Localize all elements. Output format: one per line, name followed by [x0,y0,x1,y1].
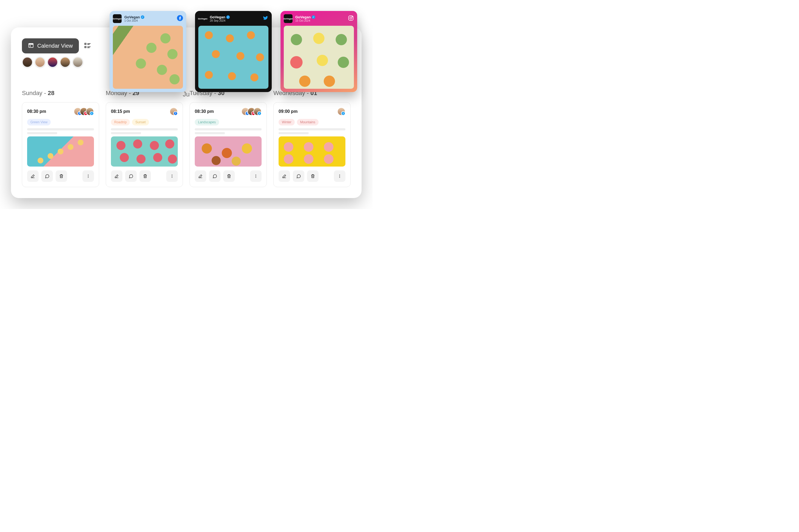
post-avatars: fPt [244,108,262,116]
post-time: 09:00 pm [279,109,298,114]
instagram-icon [348,15,354,22]
preview-card-instagram[interactable]: GoVegan GoVegan✓ 15 Oct 2024 [281,11,357,92]
more-button[interactable] [250,170,262,182]
post-image [111,136,178,167]
tw-badge-icon: t [257,111,262,116]
comment-button[interactable] [41,170,53,182]
day-column: Monday - 29 08:15 pm f RoadtripSunset [106,90,183,187]
user-avatar[interactable] [60,57,71,68]
tag[interactable]: Green View [27,119,51,126]
day-number: 28 [47,90,54,96]
calendar-view-button[interactable]: Calendar View [22,38,79,53]
user-avatar[interactable] [72,57,83,68]
post-card[interactable]: 08:15 pm f RoadtripSunset [106,102,183,187]
tag[interactable]: Roadtrip [111,119,130,126]
assignee-avatar[interactable]: t [337,108,345,116]
calendar-view-label: Calendar View [37,43,73,49]
svg-point-13 [88,174,89,175]
verified-badge-icon: ✓ [312,15,315,19]
tag[interactable]: Sunset [132,119,149,126]
svg-point-15 [88,177,89,178]
svg-point-16 [172,174,173,175]
edit-button[interactable] [195,170,206,182]
svg-rect-4 [84,46,86,48]
tw-badge-icon: t [90,111,94,116]
post-time: 08:30 pm [27,109,46,114]
assignee-avatar[interactable]: t [86,108,94,116]
post-avatars: fPt [76,108,94,116]
floating-previews: GoVegan GoVegan✓ 1 Oct 2024 GoVegan GoVe… [110,11,357,92]
post-card[interactable]: 08:30 pm fPt Green View [22,102,99,187]
edit-button[interactable] [279,170,290,182]
preview-image [198,26,268,89]
post-avatars: t [339,108,345,116]
svg-point-12 [352,16,353,17]
svg-point-22 [339,174,340,175]
assignee-avatar[interactable]: f [170,108,178,116]
comment-button[interactable] [125,170,137,182]
post-date: 1 Oct 2024 [125,19,144,22]
user-avatar[interactable] [35,57,45,68]
user-avatar[interactable] [47,57,58,68]
tag[interactable]: Mountains [297,119,319,126]
verified-badge-icon: ✓ [226,15,230,19]
tag[interactable]: Winter [279,119,295,126]
svg-rect-1 [29,43,33,45]
edit-button[interactable] [27,170,39,182]
post-body-placeholder [27,128,94,134]
assignee-avatar[interactable]: t [253,108,262,116]
post-tags: RoadtripSunset [111,119,178,126]
svg-point-14 [88,176,89,177]
post-tags: WinterMountains [279,119,345,126]
post-avatars: f [172,108,178,116]
delete-button[interactable] [56,170,67,182]
brand-name: GoVegan [125,15,140,19]
svg-point-24 [339,177,340,178]
day-label: Sunday [22,90,42,96]
post-card[interactable]: 09:00 pm t WinterMountains [273,102,350,187]
delete-button[interactable] [223,170,235,182]
svg-point-23 [339,176,340,177]
list-view-icon[interactable] [84,42,92,51]
brand-name: GoVegan [295,15,311,19]
post-image [195,136,262,167]
post-date: 15 Oct 2024 [295,19,315,22]
tag[interactable]: Landscapes [195,119,219,126]
preview-card-facebook[interactable]: GoVegan GoVegan✓ 1 Oct 2024 [110,11,186,92]
tw-badge-icon: t [341,111,345,116]
delete-button[interactable] [139,170,151,182]
post-card[interactable]: 08:30 pm fPt Landscapes [190,102,267,187]
more-button[interactable] [166,170,178,182]
more-button[interactable] [334,170,345,182]
day-header: Sunday - 28 [22,90,99,97]
svg-point-21 [255,177,256,178]
comment-button[interactable] [209,170,221,182]
twitter-icon [262,15,268,22]
delete-button[interactable] [307,170,319,182]
day-column: Wednesday - 01 09:00 pm t WinterMountain… [273,90,350,187]
svg-point-19 [255,174,256,175]
post-actions [195,170,262,182]
comment-button[interactable] [293,170,304,182]
post-tags: Landscapes [195,119,262,126]
brand-logo: GoVegan [198,14,207,23]
post-actions [111,170,178,182]
brand-logo: GoVegan [284,14,292,23]
svg-rect-3 [84,43,86,44]
preview-image [284,26,354,89]
days-grid: Sunday - 28 08:30 pm fPt Green View Mond… [22,90,350,187]
more-button[interactable] [82,170,94,182]
post-body-placeholder [111,128,178,134]
day-column: Sunday - 28 08:30 pm fPt Green View [22,90,99,187]
brand-name: GoVegan [210,15,225,19]
post-date: 28 Sep 2024 [210,19,230,22]
app-panel: Calendar View Ju GoVegan GoVegan✓ 1 Oct … [11,27,362,198]
post-time: 08:30 pm [195,109,214,114]
post-body-placeholder [195,128,262,134]
edit-button[interactable] [111,170,122,182]
user-avatar[interactable] [22,57,33,68]
post-actions [279,170,345,182]
post-actions [27,170,94,182]
preview-card-twitter[interactable]: GoVegan GoVegan✓ 28 Sep 2024 [195,11,272,92]
post-image [279,136,345,167]
